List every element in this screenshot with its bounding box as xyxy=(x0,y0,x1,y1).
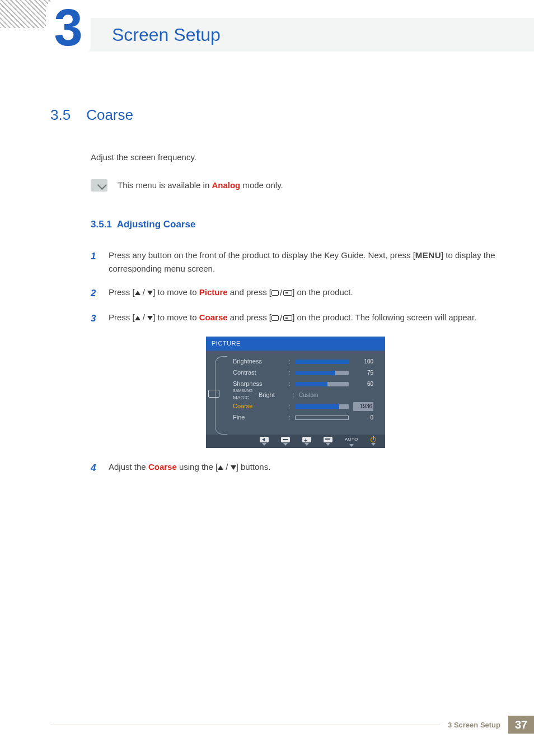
page-number: 37 xyxy=(508,716,534,734)
up-triangle-icon xyxy=(135,316,140,320)
steps-list: 1 Press any button on the front of the p… xyxy=(91,249,500,326)
step-2: 2 Press [ / ] to move to Picture and pre… xyxy=(91,286,500,301)
chapter-number: 3 xyxy=(54,2,82,53)
osd-minus-button[interactable] xyxy=(281,437,290,446)
osd-power-button[interactable] xyxy=(371,437,376,446)
step-1: 1 Press any button on the front of the p… xyxy=(91,249,500,276)
subsection-heading: 3.5.1 Adjusting Coarse xyxy=(91,217,500,232)
note-row: This menu is available in Analog mode on… xyxy=(91,179,500,192)
chapter-title: Screen Setup xyxy=(112,25,221,45)
osd-row-fine: Fine: 0 xyxy=(233,412,377,423)
steps-list-cont: 4 Adjust the Coarse using the [ / ] butt… xyxy=(91,460,500,475)
down-triangle-icon xyxy=(231,465,236,470)
osd-screenshot: PICTURE Brightness: 100 Contrast: 75 xyxy=(206,337,385,449)
chapter-title-bar: Screen Setup xyxy=(50,18,534,52)
chapter-number-badge: 3 xyxy=(46,2,91,53)
osd-row-magic-bright: SAMSUNGMAGIC Bright : Custom xyxy=(233,390,377,401)
down-triangle-icon xyxy=(147,291,153,295)
osd-auto-button[interactable]: AUTO xyxy=(345,436,358,447)
intro-text: Adjust the screen frequency. xyxy=(91,151,500,164)
note-icon xyxy=(91,179,107,192)
osd-row-coarse: Coarse: 1936 xyxy=(233,401,377,412)
section-title: Coarse xyxy=(86,106,133,124)
step-3: 3 Press [ / ] to move to Coarse and pres… xyxy=(91,311,500,326)
osd-plus-button[interactable] xyxy=(302,437,311,446)
osd-enter-button[interactable] xyxy=(324,437,332,446)
osd-title: PICTURE xyxy=(206,337,385,351)
square-enter-icon: / xyxy=(271,286,292,300)
section-number: 3.5 xyxy=(50,106,71,124)
analog-label: Analog xyxy=(212,180,240,190)
footer-chapter-label: 3 Screen Setup xyxy=(440,721,508,729)
square-enter-icon: / xyxy=(271,311,292,325)
footer-rule xyxy=(50,725,440,725)
page-footer: 3 Screen Setup 37 xyxy=(50,716,534,734)
up-triangle-icon xyxy=(135,291,140,295)
step-4: 4 Adjust the Coarse using the [ / ] butt… xyxy=(91,460,500,475)
osd-footer: AUTO xyxy=(206,435,385,448)
osd-row-contrast: Contrast: 75 xyxy=(233,367,377,379)
down-triangle-icon xyxy=(147,316,153,320)
corner-hatch xyxy=(0,0,50,28)
section-heading: 3.5 Coarse xyxy=(50,106,500,124)
osd-display-icon xyxy=(208,390,219,398)
power-icon xyxy=(371,437,376,442)
osd-row-brightness: Brightness: 100 xyxy=(233,356,377,367)
osd-back-button[interactable] xyxy=(260,437,269,446)
note-text: This menu is available in Analog mode on… xyxy=(118,179,283,192)
menu-key-label: MENU xyxy=(415,250,441,260)
up-triangle-icon xyxy=(218,465,223,470)
